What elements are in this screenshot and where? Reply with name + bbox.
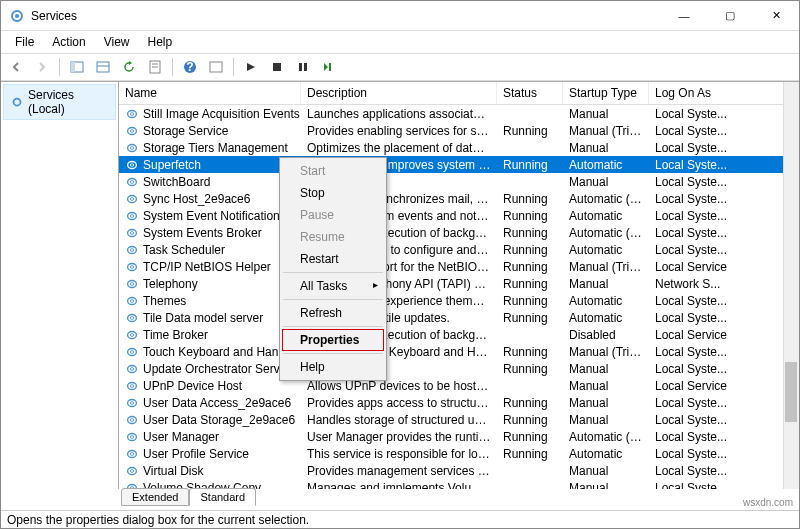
gear-icon xyxy=(125,379,139,393)
minimize-button[interactable]: — xyxy=(661,1,707,31)
start-service-button[interactable] xyxy=(240,56,262,78)
show-hide-tree-button[interactable] xyxy=(66,56,88,78)
menu-file[interactable]: File xyxy=(7,33,42,51)
service-row[interactable]: Time BrokerCoordinates execution of back… xyxy=(119,326,799,343)
ctx-all-tasks[interactable]: All Tasks xyxy=(282,275,384,297)
svg-point-58 xyxy=(130,452,134,455)
menu-action[interactable]: Action xyxy=(44,33,93,51)
service-row[interactable]: System Events BrokerCoordinates executio… xyxy=(119,224,799,241)
ctx-properties[interactable]: Properties xyxy=(282,329,384,351)
col-startup[interactable]: Startup Type xyxy=(563,82,649,104)
gear-icon xyxy=(125,294,139,308)
service-name: System Events Broker xyxy=(143,226,262,240)
service-list: Still Image Acquisition EventsLaunches a… xyxy=(119,105,799,489)
service-desc: This service is responsible for loadin..… xyxy=(301,445,497,462)
service-row[interactable]: ThemesProvides user experience theme man… xyxy=(119,292,799,309)
tab-standard[interactable]: Standard xyxy=(189,488,256,506)
service-startup: Manual (Trig... xyxy=(563,343,649,360)
nav-services-local[interactable]: Services (Local) xyxy=(3,84,116,120)
service-status: Running xyxy=(497,224,563,241)
service-startup: Manual xyxy=(563,275,649,292)
scrollbar[interactable] xyxy=(783,82,799,489)
service-startup: Manual xyxy=(563,173,649,190)
service-row[interactable]: Still Image Acquisition EventsLaunches a… xyxy=(119,105,799,122)
scroll-thumb[interactable] xyxy=(785,362,797,422)
service-row[interactable]: Tile Data model serverTile Server for ti… xyxy=(119,309,799,326)
stop-service-button[interactable] xyxy=(266,56,288,78)
ctx-help[interactable]: Help xyxy=(282,356,384,378)
gear-icon xyxy=(125,413,139,427)
help-button[interactable]: ? xyxy=(179,56,201,78)
service-row[interactable]: Task SchedulerEnables a user to configur… xyxy=(119,241,799,258)
service-row[interactable]: TelephonyProvides Telephony API (TAPI) s… xyxy=(119,275,799,292)
ctx-stop[interactable]: Stop xyxy=(282,182,384,204)
service-logon: Network S... xyxy=(649,275,799,292)
gear-icon xyxy=(125,396,139,410)
service-row[interactable]: Storage ServiceProvides enabling service… xyxy=(119,122,799,139)
service-status: Running xyxy=(497,207,563,224)
service-row[interactable]: SuperfetchMaintains and improves system … xyxy=(119,156,799,173)
svg-point-29 xyxy=(128,212,137,219)
forward-button[interactable] xyxy=(31,56,53,78)
service-status xyxy=(497,479,563,489)
menu-view[interactable]: View xyxy=(96,33,138,51)
service-logon: Local Syste... xyxy=(649,224,799,241)
service-row[interactable]: User ManagerUser Manager provides the ru… xyxy=(119,428,799,445)
service-desc: Provides management services for di... xyxy=(301,462,497,479)
svg-point-19 xyxy=(128,127,137,134)
menubar: File Action View Help xyxy=(1,31,799,53)
ctx-refresh[interactable]: Refresh xyxy=(282,302,384,324)
gear-icon xyxy=(125,141,139,155)
svg-point-44 xyxy=(130,333,134,336)
col-logon[interactable]: Log On As xyxy=(649,82,799,104)
service-startup: Automatic xyxy=(563,292,649,309)
service-startup: Automatic (T... xyxy=(563,428,649,445)
service-name: Task Scheduler xyxy=(143,243,225,257)
refresh-button[interactable] xyxy=(118,56,140,78)
service-logon: Local Syste... xyxy=(649,360,799,377)
service-status: Running xyxy=(497,258,563,275)
menu-help[interactable]: Help xyxy=(140,33,181,51)
ctx-restart[interactable]: Restart xyxy=(282,248,384,270)
service-row[interactable]: User Profile ServiceThis service is resp… xyxy=(119,445,799,462)
gear-icon xyxy=(125,345,139,359)
service-logon: Local Syste... xyxy=(649,156,799,173)
restart-service-button[interactable] xyxy=(318,56,340,78)
service-row[interactable]: Virtual DiskProvides management services… xyxy=(119,462,799,479)
service-row[interactable]: Storage Tiers ManagementOptimizes the pl… xyxy=(119,139,799,156)
maximize-button[interactable]: ▢ xyxy=(707,1,753,31)
svg-point-51 xyxy=(128,399,137,406)
properties-button[interactable] xyxy=(144,56,166,78)
col-name[interactable]: Name xyxy=(119,82,301,104)
service-name: Telephony xyxy=(143,277,198,291)
service-logon: Local Syste... xyxy=(649,173,799,190)
column-headers[interactable]: Name Description Status Startup Type Log… xyxy=(119,82,799,105)
close-button[interactable]: ✕ xyxy=(753,1,799,31)
svg-point-16 xyxy=(14,99,21,106)
service-row[interactable]: TCP/IP NetBIOS HelperProvides support fo… xyxy=(119,258,799,275)
service-row[interactable]: User Data Storage_2e9ace6Handles storage… xyxy=(119,411,799,428)
service-row[interactable]: Update Orchestrator Service for Windows … xyxy=(119,360,799,377)
service-row[interactable]: UPnP Device HostAllows UPnP devices to b… xyxy=(119,377,799,394)
svg-point-43 xyxy=(128,331,137,338)
gear-icon xyxy=(125,311,139,325)
toolbar-extra-button[interactable] xyxy=(205,56,227,78)
col-status[interactable]: Status xyxy=(497,82,563,104)
pause-service-button[interactable] xyxy=(292,56,314,78)
svg-point-60 xyxy=(130,469,134,472)
service-desc: User Manager provides the runtime ... xyxy=(301,428,497,445)
service-row[interactable]: Touch Keyboard and Handwriting Panel Ser… xyxy=(119,343,799,360)
svg-point-38 xyxy=(130,282,134,285)
service-row[interactable]: SwitchBoardManualLocal Syste... xyxy=(119,173,799,190)
service-startup: Manual (Trig... xyxy=(563,258,649,275)
service-row[interactable]: System Event Notification ServiceMonitor… xyxy=(119,207,799,224)
svg-point-26 xyxy=(130,180,134,183)
service-row[interactable]: Sync Host_2e9ace6This service synchroniz… xyxy=(119,190,799,207)
service-row[interactable]: User Data Access_2e9ace6Provides apps ac… xyxy=(119,394,799,411)
export-list-button[interactable] xyxy=(92,56,114,78)
service-name: Update Orchestrator Service for Windows … xyxy=(143,362,301,376)
tab-extended[interactable]: Extended xyxy=(121,488,189,506)
col-description[interactable]: Description xyxy=(301,82,497,104)
back-button[interactable] xyxy=(5,56,27,78)
svg-point-59 xyxy=(128,467,137,474)
